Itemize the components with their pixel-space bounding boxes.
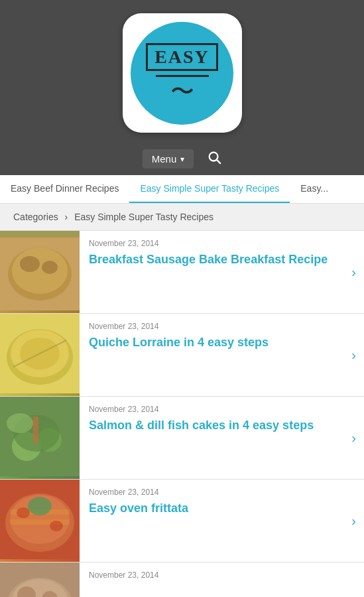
search-icon [207,150,221,165]
svg-point-17 [7,413,33,433]
recipe-date: November 23, 2014 [89,570,343,580]
search-button[interactable] [207,150,221,168]
breadcrumb-separator: › [65,212,68,222]
recipe-arrow: › [351,563,364,597]
svg-point-5 [20,256,40,272]
svg-point-6 [42,261,58,274]
app-logo: EASY 〜 [123,13,242,133]
recipe-title [89,584,343,597]
logo-text: EASY [146,43,218,71]
recipe-title: Salmon & dill fish cakes in 4 easy steps [89,418,343,471]
recipe-thumbnail [0,231,80,313]
svg-point-4 [12,247,68,294]
breadcrumb-categories: Categories [13,212,58,222]
food-image-3 [0,397,80,476]
recipe-item[interactable]: November 23, 2014 Quiche Lorraine in 4 e… [0,314,364,397]
food-image-1 [0,231,80,310]
recipe-list: November 23, 2014 Breakfast Sausage Bake… [0,231,364,597]
recipe-date: November 23, 2014 [89,322,343,331]
recipe-title: Easy oven frittata [89,501,343,554]
breadcrumb: Categories › Easy Simple Super Tasty Rec… [0,204,364,231]
tab-more[interactable]: Easy... [290,175,339,203]
recipe-item[interactable]: November 23, 2014 Easy oven frittata › [0,480,364,563]
recipe-info: November 23, 2014 Breakfast Sausage Bake… [80,231,351,313]
recipe-thumbnail [0,397,80,479]
logo-circle: EASY 〜 [131,22,233,125]
tab-simple-tasty[interactable]: Easy Simple Super Tasty Recipes [129,175,290,203]
svg-rect-18 [33,417,38,443]
breadcrumb-current: Easy Simple Super Tasty Recipes [74,212,213,222]
category-tabs: Easy Beef Dinner Recipes Easy Simple Sup… [0,175,364,204]
recipe-info: November 23, 2014 [80,563,351,597]
food-image-2 [0,314,80,393]
recipe-arrow: › [351,480,364,562]
recipe-thumbnail [0,563,80,597]
recipe-item[interactable]: November 23, 2014 Breakfast Sausage Bake… [0,231,364,314]
svg-line-1 [217,160,220,163]
header: EASY 〜 [0,0,364,143]
recipe-arrow: › [351,397,364,479]
recipe-date: November 23, 2014 [89,405,343,414]
recipe-info: November 23, 2014 Salmon & dill fish cak… [80,397,351,479]
logo-line [156,75,209,77]
svg-point-25 [50,521,63,531]
recipe-info: November 23, 2014 Easy oven frittata [80,480,351,562]
food-image-4 [0,480,80,559]
svg-point-26 [28,497,52,515]
nav-bar: Menu [0,143,364,175]
svg-point-24 [17,507,30,518]
food-image-5 [0,563,80,597]
tab-beef-dinner[interactable]: Easy Beef Dinner Recipes [0,175,129,203]
recipe-title: Quiche Lorraine in 4 easy steps [89,335,343,388]
recipe-thumbnail [0,480,80,562]
menu-button[interactable]: Menu [143,149,194,168]
recipe-arrow: › [351,314,364,396]
recipe-title: Breakfast Sausage Bake Breakfast Recipe [89,252,343,305]
recipe-date: November 23, 2014 [89,488,343,497]
recipe-arrow: › [351,231,364,313]
recipe-item[interactable]: November 23, 2014 Salmon & dill fish cak… [0,397,364,480]
recipe-info: November 23, 2014 Quiche Lorraine in 4 e… [80,314,351,396]
recipe-date: November 23, 2014 [89,239,343,248]
mustache-icon: 〜 [170,80,194,103]
svg-rect-7 [0,231,80,237]
recipe-thumbnail [0,314,80,396]
recipe-item[interactable]: November 23, 2014 › [0,563,364,597]
